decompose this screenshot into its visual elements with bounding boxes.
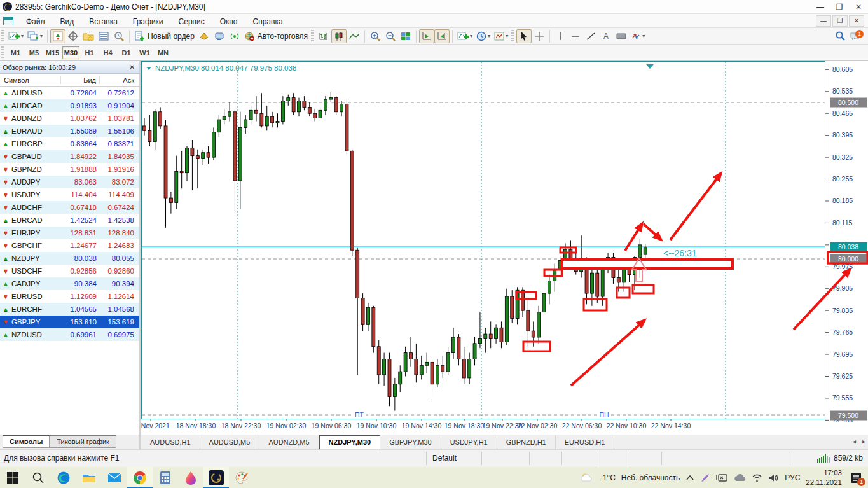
- chart-tab[interactable]: AUDNZD,M5: [259, 435, 319, 450]
- metaeditor-button[interactable]: [196, 29, 212, 43]
- zoom-in-button[interactable]: [368, 29, 383, 43]
- restore-button[interactable]: ❐: [830, 0, 849, 13]
- paint-button[interactable]: [229, 467, 254, 488]
- action-center-button[interactable]: 1: [848, 470, 864, 486]
- edge-button[interactable]: [51, 467, 76, 488]
- toolbar-grip[interactable]: [311, 30, 314, 43]
- timeframe-button[interactable]: MN: [155, 46, 172, 59]
- timeframe-button[interactable]: M15: [44, 46, 61, 59]
- market-watch-tab[interactable]: Символы: [3, 435, 50, 448]
- experts-button[interactable]: [212, 29, 227, 43]
- close-button[interactable]: ✕: [849, 0, 868, 13]
- market-watch-row[interactable]: ▼GBPAUD 1.84922 1.84935: [0, 150, 139, 163]
- cursor-button[interactable]: [516, 29, 532, 43]
- periods-button[interactable]: ▾: [474, 29, 492, 43]
- timeframe-button[interactable]: M1: [7, 46, 24, 59]
- autotrade-button[interactable]: Авто-торговля: [242, 29, 310, 43]
- market-watch-row[interactable]: ▲EURCHF 1.04565 1.04568: [0, 303, 139, 316]
- search-button[interactable]: [832, 29, 848, 43]
- auto-scroll-button[interactable]: [419, 29, 434, 43]
- market-watch-row[interactable]: ▼AUDCHF 0.67418 0.67424: [0, 201, 139, 214]
- taskbar-search-button[interactable]: [25, 467, 51, 488]
- chart-tab[interactable]: NZDJPY,M30: [319, 435, 381, 450]
- line-chart-button[interactable]: [347, 29, 362, 43]
- market-watch-row[interactable]: ▼USDCHF 0.92856 0.92860: [0, 265, 139, 277]
- paint3d-button[interactable]: [178, 467, 203, 488]
- zoom-out-button[interactable]: [383, 29, 398, 43]
- chart-shift-button[interactable]: [434, 29, 450, 43]
- notifications-button[interactable]: 1: [848, 29, 863, 43]
- market-watch-row[interactable]: ▲EURAUD 1.55089 1.55106: [0, 125, 139, 137]
- timeframe-button[interactable]: W1: [136, 46, 153, 59]
- market-watch-row[interactable]: ▲NZDUSD 0.69961 0.69975: [0, 328, 139, 341]
- timeframe-button[interactable]: H4: [99, 46, 116, 59]
- file-explorer-button[interactable]: [76, 467, 102, 488]
- market-watch-row[interactable]: ▼GBPCHF 1.24677 1.24683: [0, 239, 139, 252]
- chart-tab[interactable]: GBPJPY,M30: [380, 435, 441, 450]
- shapes-button[interactable]: ▾: [629, 29, 647, 43]
- pen-icon[interactable]: [700, 473, 710, 483]
- market-watch-row[interactable]: ▼USDJPY 114.404 114.409: [0, 188, 139, 201]
- market-watch-row[interactable]: ▼EURUSD 1.12609 1.12614: [0, 290, 139, 303]
- market-watch-row[interactable]: ▲EURCAD 1.42524 1.42538: [0, 214, 139, 227]
- timeframe-button[interactable]: M30: [62, 46, 79, 59]
- calculator-button[interactable]: [153, 467, 178, 488]
- start-button[interactable]: [0, 467, 25, 488]
- data-window-button[interactable]: [65, 29, 81, 43]
- network-icon[interactable]: [752, 473, 762, 482]
- crosshair-button[interactable]: [532, 29, 547, 43]
- timeframe-button[interactable]: D1: [118, 46, 135, 59]
- new-order-button[interactable]: Новый ордер: [132, 29, 196, 43]
- text-tool-button[interactable]: A: [598, 29, 614, 43]
- indicators-button[interactable]: ▾: [455, 29, 474, 43]
- market-watch-row[interactable]: ▼GBPNZD 1.91888 1.91916: [0, 163, 139, 176]
- menu-item[interactable]: Графики: [125, 15, 171, 28]
- onedrive-icon[interactable]: [733, 473, 746, 482]
- toolbar-grip[interactable]: [1, 30, 4, 43]
- profiles-button[interactable]: ▾: [25, 29, 45, 43]
- chart-tab[interactable]: GBPNZD,H1: [497, 435, 556, 450]
- price-chart[interactable]: ПТПН<--26:3180.60580.53580.46580.39580.3…: [141, 61, 868, 435]
- market-watch-row[interactable]: ▼EURJPY 128.831 128.840: [0, 227, 139, 239]
- child-close-button[interactable]: ✕: [849, 15, 864, 27]
- language-indicator[interactable]: РУС: [785, 473, 800, 482]
- market-watch-row[interactable]: ▲AUDUSD 0.72604 0.72612: [0, 87, 139, 99]
- rectangle-tool-button[interactable]: [614, 29, 629, 43]
- tab-scroll-left-icon[interactable]: ◂: [853, 438, 856, 445]
- templates-button[interactable]: ▾: [492, 29, 510, 43]
- menu-item[interactable]: Справка: [245, 15, 291, 28]
- chart-tab[interactable]: USDJPY,H1: [441, 435, 497, 450]
- terminal-button[interactable]: [96, 29, 111, 43]
- market-watch-toggle-button[interactable]: [50, 29, 65, 43]
- tray-chevron-icon[interactable]: [685, 475, 694, 481]
- chart-tab[interactable]: AUDUSD,M5: [200, 435, 260, 450]
- chrome-button[interactable]: [127, 467, 153, 488]
- chart-tab[interactable]: AUDUSD,H1: [141, 435, 200, 450]
- menu-item[interactable]: Окно: [212, 15, 245, 28]
- menu-item[interactable]: Файл: [18, 15, 53, 28]
- weather-desc[interactable]: Неб. облачность: [621, 473, 680, 482]
- child-restore-button[interactable]: ❐: [832, 15, 848, 27]
- volume-icon[interactable]: [768, 473, 779, 482]
- gerchik-terminal-button[interactable]: [203, 467, 229, 488]
- menu-item[interactable]: Вставка: [81, 15, 125, 28]
- horizontal-line-button[interactable]: [568, 29, 583, 43]
- market-watch-row[interactable]: ▲CADJPY 90.384 90.394: [0, 277, 139, 290]
- minimize-button[interactable]: —: [811, 0, 830, 13]
- timeframe-button[interactable]: M5: [25, 46, 43, 59]
- menu-item[interactable]: Вид: [53, 15, 82, 28]
- market-watch-tab[interactable]: Тиковый график: [50, 435, 116, 448]
- status-profile[interactable]: Default: [432, 454, 457, 463]
- toolbar-grip[interactable]: [511, 30, 514, 43]
- market-watch-close-icon[interactable]: ✕: [128, 64, 137, 71]
- strategy-tester-button[interactable]: [111, 29, 127, 43]
- new-chart-button[interactable]: ▾: [6, 29, 25, 43]
- bar-chart-button[interactable]: [316, 29, 331, 43]
- market-watch-row[interactable]: ▲EURGBP 0.83864 0.83871: [0, 137, 139, 150]
- timeframe-button[interactable]: H1: [81, 46, 98, 59]
- keyboard-indicator-icon[interactable]: [716, 473, 727, 482]
- market-watch-row[interactable]: ▼AUDNZD 1.03762 1.03781: [0, 112, 139, 125]
- chart-tab[interactable]: EURUSD,H1: [556, 435, 615, 450]
- child-minimize-button[interactable]: —: [816, 15, 831, 27]
- market-watch-row[interactable]: ▲NZDJPY 80.038 80.055: [0, 252, 139, 265]
